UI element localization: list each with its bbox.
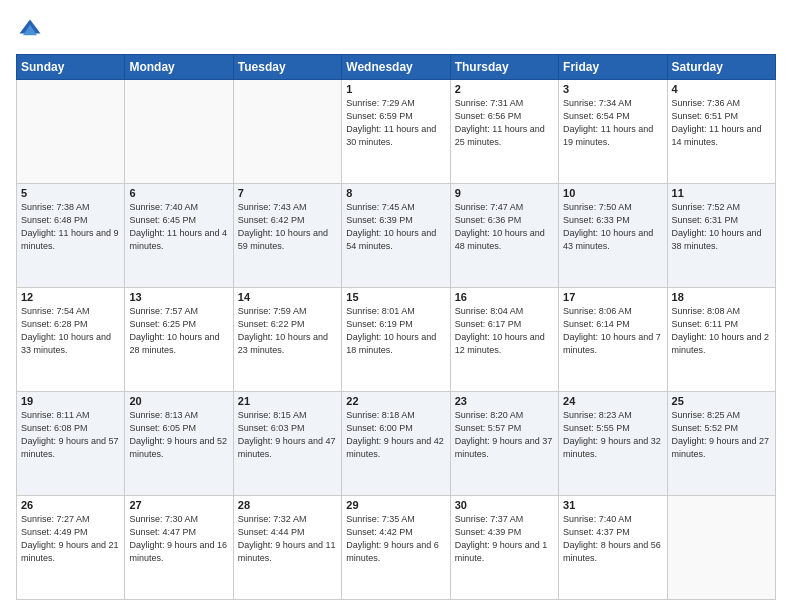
day-number: 20 xyxy=(129,395,228,407)
calendar-cell: 29Sunrise: 7:35 AMSunset: 4:42 PMDayligh… xyxy=(342,496,450,600)
calendar-cell: 4Sunrise: 7:36 AMSunset: 6:51 PMDaylight… xyxy=(667,80,775,184)
calendar-week-row: 5Sunrise: 7:38 AMSunset: 6:48 PMDaylight… xyxy=(17,184,776,288)
page: SundayMondayTuesdayWednesdayThursdayFrid… xyxy=(0,0,792,612)
day-number: 4 xyxy=(672,83,771,95)
calendar-cell: 17Sunrise: 8:06 AMSunset: 6:14 PMDayligh… xyxy=(559,288,667,392)
day-info: Sunrise: 7:32 AMSunset: 4:44 PMDaylight:… xyxy=(238,513,337,565)
calendar-cell: 24Sunrise: 8:23 AMSunset: 5:55 PMDayligh… xyxy=(559,392,667,496)
calendar-cell: 13Sunrise: 7:57 AMSunset: 6:25 PMDayligh… xyxy=(125,288,233,392)
day-info: Sunrise: 8:18 AMSunset: 6:00 PMDaylight:… xyxy=(346,409,445,461)
day-info: Sunrise: 7:38 AMSunset: 6:48 PMDaylight:… xyxy=(21,201,120,253)
calendar-cell: 25Sunrise: 8:25 AMSunset: 5:52 PMDayligh… xyxy=(667,392,775,496)
day-number: 29 xyxy=(346,499,445,511)
calendar-cell: 18Sunrise: 8:08 AMSunset: 6:11 PMDayligh… xyxy=(667,288,775,392)
header xyxy=(16,16,776,44)
day-info: Sunrise: 8:15 AMSunset: 6:03 PMDaylight:… xyxy=(238,409,337,461)
calendar-cell xyxy=(233,80,341,184)
calendar-cell: 27Sunrise: 7:30 AMSunset: 4:47 PMDayligh… xyxy=(125,496,233,600)
day-info: Sunrise: 7:54 AMSunset: 6:28 PMDaylight:… xyxy=(21,305,120,357)
weekday-header-row: SundayMondayTuesdayWednesdayThursdayFrid… xyxy=(17,55,776,80)
calendar-cell: 30Sunrise: 7:37 AMSunset: 4:39 PMDayligh… xyxy=(450,496,558,600)
day-info: Sunrise: 8:01 AMSunset: 6:19 PMDaylight:… xyxy=(346,305,445,357)
weekday-header: Monday xyxy=(125,55,233,80)
calendar-cell xyxy=(125,80,233,184)
day-info: Sunrise: 7:45 AMSunset: 6:39 PMDaylight:… xyxy=(346,201,445,253)
calendar-cell xyxy=(17,80,125,184)
calendar-week-row: 12Sunrise: 7:54 AMSunset: 6:28 PMDayligh… xyxy=(17,288,776,392)
weekday-header: Wednesday xyxy=(342,55,450,80)
calendar-week-row: 26Sunrise: 7:27 AMSunset: 4:49 PMDayligh… xyxy=(17,496,776,600)
day-info: Sunrise: 7:47 AMSunset: 6:36 PMDaylight:… xyxy=(455,201,554,253)
calendar-cell: 8Sunrise: 7:45 AMSunset: 6:39 PMDaylight… xyxy=(342,184,450,288)
calendar-cell: 1Sunrise: 7:29 AMSunset: 6:59 PMDaylight… xyxy=(342,80,450,184)
day-number: 28 xyxy=(238,499,337,511)
day-number: 30 xyxy=(455,499,554,511)
day-number: 19 xyxy=(21,395,120,407)
calendar-cell: 7Sunrise: 7:43 AMSunset: 6:42 PMDaylight… xyxy=(233,184,341,288)
day-number: 31 xyxy=(563,499,662,511)
calendar-cell: 23Sunrise: 8:20 AMSunset: 5:57 PMDayligh… xyxy=(450,392,558,496)
day-number: 8 xyxy=(346,187,445,199)
calendar-cell: 22Sunrise: 8:18 AMSunset: 6:00 PMDayligh… xyxy=(342,392,450,496)
calendar-table: SundayMondayTuesdayWednesdayThursdayFrid… xyxy=(16,54,776,600)
logo xyxy=(16,16,48,44)
day-number: 9 xyxy=(455,187,554,199)
calendar-cell: 14Sunrise: 7:59 AMSunset: 6:22 PMDayligh… xyxy=(233,288,341,392)
day-number: 16 xyxy=(455,291,554,303)
day-info: Sunrise: 8:25 AMSunset: 5:52 PMDaylight:… xyxy=(672,409,771,461)
day-number: 2 xyxy=(455,83,554,95)
calendar-cell: 15Sunrise: 8:01 AMSunset: 6:19 PMDayligh… xyxy=(342,288,450,392)
day-number: 3 xyxy=(563,83,662,95)
calendar-cell: 2Sunrise: 7:31 AMSunset: 6:56 PMDaylight… xyxy=(450,80,558,184)
day-info: Sunrise: 7:35 AMSunset: 4:42 PMDaylight:… xyxy=(346,513,445,565)
day-info: Sunrise: 8:08 AMSunset: 6:11 PMDaylight:… xyxy=(672,305,771,357)
day-number: 11 xyxy=(672,187,771,199)
calendar-cell: 10Sunrise: 7:50 AMSunset: 6:33 PMDayligh… xyxy=(559,184,667,288)
day-number: 13 xyxy=(129,291,228,303)
day-number: 21 xyxy=(238,395,337,407)
day-info: Sunrise: 7:29 AMSunset: 6:59 PMDaylight:… xyxy=(346,97,445,149)
day-info: Sunrise: 8:06 AMSunset: 6:14 PMDaylight:… xyxy=(563,305,662,357)
day-number: 15 xyxy=(346,291,445,303)
day-info: Sunrise: 8:11 AMSunset: 6:08 PMDaylight:… xyxy=(21,409,120,461)
weekday-header: Thursday xyxy=(450,55,558,80)
day-number: 27 xyxy=(129,499,228,511)
calendar-cell: 9Sunrise: 7:47 AMSunset: 6:36 PMDaylight… xyxy=(450,184,558,288)
day-info: Sunrise: 8:20 AMSunset: 5:57 PMDaylight:… xyxy=(455,409,554,461)
weekday-header: Friday xyxy=(559,55,667,80)
day-info: Sunrise: 8:13 AMSunset: 6:05 PMDaylight:… xyxy=(129,409,228,461)
weekday-header: Tuesday xyxy=(233,55,341,80)
calendar-cell: 6Sunrise: 7:40 AMSunset: 6:45 PMDaylight… xyxy=(125,184,233,288)
day-info: Sunrise: 8:04 AMSunset: 6:17 PMDaylight:… xyxy=(455,305,554,357)
calendar-cell: 16Sunrise: 8:04 AMSunset: 6:17 PMDayligh… xyxy=(450,288,558,392)
day-info: Sunrise: 7:52 AMSunset: 6:31 PMDaylight:… xyxy=(672,201,771,253)
calendar-cell: 3Sunrise: 7:34 AMSunset: 6:54 PMDaylight… xyxy=(559,80,667,184)
calendar-cell: 21Sunrise: 8:15 AMSunset: 6:03 PMDayligh… xyxy=(233,392,341,496)
weekday-header: Saturday xyxy=(667,55,775,80)
day-number: 25 xyxy=(672,395,771,407)
day-info: Sunrise: 7:27 AMSunset: 4:49 PMDaylight:… xyxy=(21,513,120,565)
calendar-cell: 28Sunrise: 7:32 AMSunset: 4:44 PMDayligh… xyxy=(233,496,341,600)
day-info: Sunrise: 7:40 AMSunset: 4:37 PMDaylight:… xyxy=(563,513,662,565)
calendar-cell: 11Sunrise: 7:52 AMSunset: 6:31 PMDayligh… xyxy=(667,184,775,288)
day-number: 5 xyxy=(21,187,120,199)
weekday-header: Sunday xyxy=(17,55,125,80)
day-info: Sunrise: 8:23 AMSunset: 5:55 PMDaylight:… xyxy=(563,409,662,461)
day-number: 22 xyxy=(346,395,445,407)
calendar-cell: 19Sunrise: 8:11 AMSunset: 6:08 PMDayligh… xyxy=(17,392,125,496)
calendar-week-row: 19Sunrise: 8:11 AMSunset: 6:08 PMDayligh… xyxy=(17,392,776,496)
calendar-cell: 12Sunrise: 7:54 AMSunset: 6:28 PMDayligh… xyxy=(17,288,125,392)
day-number: 14 xyxy=(238,291,337,303)
day-info: Sunrise: 7:57 AMSunset: 6:25 PMDaylight:… xyxy=(129,305,228,357)
calendar-cell: 20Sunrise: 8:13 AMSunset: 6:05 PMDayligh… xyxy=(125,392,233,496)
day-number: 12 xyxy=(21,291,120,303)
day-info: Sunrise: 7:40 AMSunset: 6:45 PMDaylight:… xyxy=(129,201,228,253)
day-info: Sunrise: 7:36 AMSunset: 6:51 PMDaylight:… xyxy=(672,97,771,149)
calendar-cell: 26Sunrise: 7:27 AMSunset: 4:49 PMDayligh… xyxy=(17,496,125,600)
day-info: Sunrise: 7:50 AMSunset: 6:33 PMDaylight:… xyxy=(563,201,662,253)
day-info: Sunrise: 7:37 AMSunset: 4:39 PMDaylight:… xyxy=(455,513,554,565)
calendar-cell: 5Sunrise: 7:38 AMSunset: 6:48 PMDaylight… xyxy=(17,184,125,288)
day-number: 23 xyxy=(455,395,554,407)
calendar-week-row: 1Sunrise: 7:29 AMSunset: 6:59 PMDaylight… xyxy=(17,80,776,184)
day-number: 18 xyxy=(672,291,771,303)
